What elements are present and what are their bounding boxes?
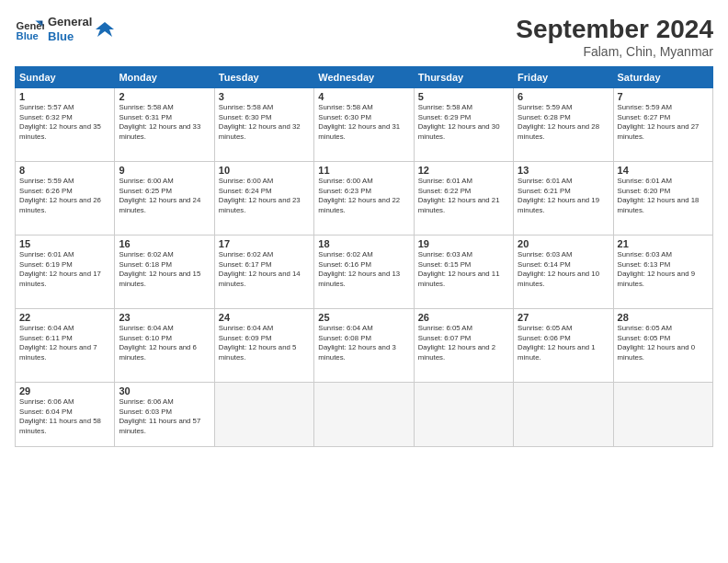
day-info: Sunrise: 6:04 AMSunset: 6:10 PMDaylight:… <box>119 324 210 362</box>
day-info: Sunrise: 6:00 AMSunset: 6:24 PMDaylight:… <box>219 177 310 215</box>
day-number: 1 <box>19 91 110 102</box>
logo-icon: General Blue <box>15 15 44 44</box>
table-row: 19Sunrise: 6:03 AMSunset: 6:15 PMDayligh… <box>414 236 513 309</box>
day-number: 13 <box>518 165 609 176</box>
day-info: Sunrise: 6:04 AMSunset: 6:08 PMDaylight:… <box>318 324 409 362</box>
calendar-week-row: 29Sunrise: 6:06 AMSunset: 6:04 PMDayligh… <box>16 383 713 447</box>
month-title: September 2024 <box>516 15 713 44</box>
table-row: 22Sunrise: 6:04 AMSunset: 6:11 PMDayligh… <box>16 309 115 383</box>
day-info: Sunrise: 6:03 AMSunset: 6:15 PMDaylight:… <box>418 250 509 289</box>
title-section: September 2024 Falam, Chin, Myanmar <box>516 15 713 59</box>
table-row: 28Sunrise: 6:05 AMSunset: 6:05 PMDayligh… <box>613 309 712 383</box>
table-row: 29Sunrise: 6:06 AMSunset: 6:04 PMDayligh… <box>16 383 115 447</box>
day-info: Sunrise: 6:05 AMSunset: 6:07 PMDaylight:… <box>418 324 509 362</box>
table-row: 30Sunrise: 6:06 AMSunset: 6:03 PMDayligh… <box>115 383 214 447</box>
day-info: Sunrise: 5:59 AMSunset: 6:27 PMDaylight:… <box>618 103 709 142</box>
day-number: 4 <box>318 91 409 102</box>
col-friday: Friday <box>514 67 613 88</box>
table-row: 16Sunrise: 6:02 AMSunset: 6:18 PMDayligh… <box>115 236 214 309</box>
day-number: 15 <box>19 238 110 249</box>
table-row: 12Sunrise: 6:01 AMSunset: 6:22 PMDayligh… <box>414 162 513 236</box>
day-number: 17 <box>219 238 310 249</box>
calendar-week-row: 1Sunrise: 5:57 AMSunset: 6:32 PMDaylight… <box>16 88 713 162</box>
table-row: 6Sunrise: 5:59 AMSunset: 6:28 PMDaylight… <box>514 88 613 162</box>
day-number: 23 <box>119 312 210 323</box>
day-number: 22 <box>19 312 110 323</box>
col-tuesday: Tuesday <box>214 67 313 88</box>
calendar-header-row: Sunday Monday Tuesday Wednesday Thursday… <box>16 67 713 88</box>
day-info: Sunrise: 6:01 AMSunset: 6:22 PMDaylight:… <box>418 177 509 215</box>
day-info: Sunrise: 5:58 AMSunset: 6:30 PMDaylight:… <box>219 103 310 142</box>
day-info: Sunrise: 6:01 AMSunset: 6:20 PMDaylight:… <box>618 177 709 215</box>
calendar-week-row: 8Sunrise: 5:59 AMSunset: 6:26 PMDaylight… <box>16 162 713 236</box>
table-row <box>214 383 313 447</box>
table-row: 27Sunrise: 6:05 AMSunset: 6:06 PMDayligh… <box>514 309 613 383</box>
day-number: 18 <box>318 238 409 249</box>
table-row: 13Sunrise: 6:01 AMSunset: 6:21 PMDayligh… <box>514 162 613 236</box>
table-row: 10Sunrise: 6:00 AMSunset: 6:24 PMDayligh… <box>214 162 313 236</box>
day-number: 29 <box>19 385 110 396</box>
day-number: 14 <box>618 165 709 176</box>
day-number: 19 <box>418 238 509 249</box>
day-number: 12 <box>418 165 509 176</box>
day-info: Sunrise: 5:59 AMSunset: 6:28 PMDaylight:… <box>518 103 609 142</box>
day-number: 7 <box>618 91 709 102</box>
svg-text:Blue: Blue <box>17 30 39 41</box>
day-number: 30 <box>119 385 210 396</box>
table-row: 15Sunrise: 6:01 AMSunset: 6:19 PMDayligh… <box>16 236 115 309</box>
table-row: 7Sunrise: 5:59 AMSunset: 6:27 PMDaylight… <box>613 88 712 162</box>
calendar-container: General Blue General Blue September 2024… <box>0 0 728 563</box>
day-info: Sunrise: 6:06 AMSunset: 6:03 PMDaylight:… <box>119 397 210 436</box>
day-info: Sunrise: 5:59 AMSunset: 6:26 PMDaylight:… <box>19 177 110 215</box>
calendar-week-row: 15Sunrise: 6:01 AMSunset: 6:19 PMDayligh… <box>16 236 713 309</box>
table-row: 14Sunrise: 6:01 AMSunset: 6:20 PMDayligh… <box>613 162 712 236</box>
day-number: 28 <box>618 312 709 323</box>
day-info: Sunrise: 6:02 AMSunset: 6:17 PMDaylight:… <box>219 250 310 289</box>
table-row: 21Sunrise: 6:03 AMSunset: 6:13 PMDayligh… <box>613 236 712 309</box>
table-row: 24Sunrise: 6:04 AMSunset: 6:09 PMDayligh… <box>214 309 313 383</box>
table-row: 11Sunrise: 6:00 AMSunset: 6:23 PMDayligh… <box>314 162 414 236</box>
table-row: 9Sunrise: 6:00 AMSunset: 6:25 PMDaylight… <box>115 162 214 236</box>
svg-marker-4 <box>96 22 114 37</box>
day-number: 9 <box>119 165 210 176</box>
day-number: 5 <box>418 91 509 102</box>
day-number: 11 <box>318 165 409 176</box>
col-wednesday: Wednesday <box>314 67 414 88</box>
day-number: 24 <box>219 312 310 323</box>
day-info: Sunrise: 5:58 AMSunset: 6:30 PMDaylight:… <box>318 103 409 142</box>
calendar-table: Sunday Monday Tuesday Wednesday Thursday… <box>15 66 713 447</box>
day-number: 27 <box>518 312 609 323</box>
day-number: 26 <box>418 312 509 323</box>
day-info: Sunrise: 5:57 AMSunset: 6:32 PMDaylight:… <box>19 103 110 142</box>
day-number: 16 <box>119 238 210 249</box>
table-row: 5Sunrise: 5:58 AMSunset: 6:29 PMDaylight… <box>414 88 513 162</box>
col-sunday: Sunday <box>16 67 115 88</box>
day-number: 6 <box>518 91 609 102</box>
logo-blue: Blue <box>48 29 92 44</box>
table-row: 20Sunrise: 6:03 AMSunset: 6:14 PMDayligh… <box>514 236 613 309</box>
day-info: Sunrise: 6:05 AMSunset: 6:06 PMDaylight:… <box>518 324 609 362</box>
table-row: 1Sunrise: 5:57 AMSunset: 6:32 PMDaylight… <box>16 88 115 162</box>
day-number: 3 <box>219 91 310 102</box>
location-subtitle: Falam, Chin, Myanmar <box>516 44 713 59</box>
calendar-week-row: 22Sunrise: 6:04 AMSunset: 6:11 PMDayligh… <box>16 309 713 383</box>
day-info: Sunrise: 6:01 AMSunset: 6:21 PMDaylight:… <box>518 177 609 215</box>
table-row: 23Sunrise: 6:04 AMSunset: 6:10 PMDayligh… <box>115 309 214 383</box>
logo-bird-icon <box>96 20 114 39</box>
col-saturday: Saturday <box>613 67 712 88</box>
day-info: Sunrise: 6:04 AMSunset: 6:11 PMDaylight:… <box>19 324 110 362</box>
day-number: 2 <box>119 91 210 102</box>
logo: General Blue General Blue <box>15 15 114 44</box>
day-info: Sunrise: 6:00 AMSunset: 6:23 PMDaylight:… <box>318 177 409 215</box>
day-info: Sunrise: 6:02 AMSunset: 6:16 PMDaylight:… <box>318 250 409 289</box>
day-info: Sunrise: 6:00 AMSunset: 6:25 PMDaylight:… <box>119 177 210 215</box>
header: General Blue General Blue September 2024… <box>15 15 713 59</box>
col-thursday: Thursday <box>414 67 513 88</box>
day-info: Sunrise: 6:01 AMSunset: 6:19 PMDaylight:… <box>19 250 110 289</box>
table-row: 26Sunrise: 6:05 AMSunset: 6:07 PMDayligh… <box>414 309 513 383</box>
col-monday: Monday <box>115 67 214 88</box>
day-info: Sunrise: 6:06 AMSunset: 6:04 PMDaylight:… <box>19 397 110 436</box>
day-info: Sunrise: 6:03 AMSunset: 6:13 PMDaylight:… <box>618 250 709 289</box>
day-info: Sunrise: 6:05 AMSunset: 6:05 PMDaylight:… <box>618 324 709 362</box>
table-row: 4Sunrise: 5:58 AMSunset: 6:30 PMDaylight… <box>314 88 414 162</box>
